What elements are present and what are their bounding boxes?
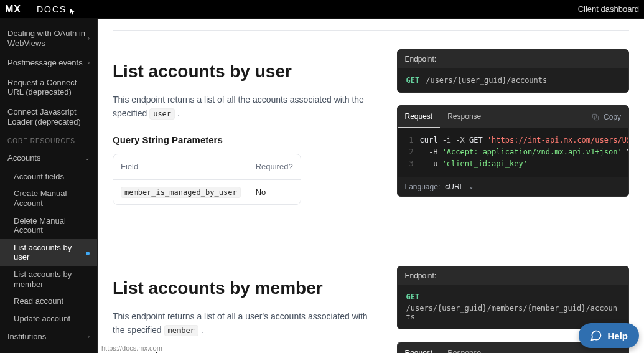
chevron-right-icon: › [88,333,90,341]
code-tabs: Request Response Copy [398,106,629,128]
chevron-down-icon: ⌄ [469,183,474,190]
sidebar-item-members[interactable]: Members› [0,347,97,353]
topbar: MX DOCS Client dashboard [0,0,644,19]
sidebar-item-label: List accounts by user [14,243,86,262]
sidebar-item-read-account[interactable]: Read account [0,293,97,310]
help-button[interactable]: Help [579,323,639,348]
endpoint-panel: Endpoint: GET /users/{user_guid}/account… [397,49,630,93]
divider [113,247,629,247]
http-method: GET [406,293,420,301]
cursor-icon [69,7,77,15]
brand-mx: MX [5,4,21,15]
status-url: https://docs.mx.com [99,343,165,353]
sidebar-item-label: List accounts by member [14,270,90,289]
desc-text-post: . [177,108,180,118]
brand[interactable]: MX DOCS [5,3,77,16]
sidebar-item-label: Create Manual Account [14,189,90,208]
tab-response[interactable]: Response [440,342,488,353]
http-method: GET [406,76,420,85]
copy-label: Copy [604,113,621,121]
sidebar-item-create-manual-account[interactable]: Create Manual Account [0,185,97,212]
sidebar-item-oauth-webviews[interactable]: Dealing with OAuth in WebViews › [0,24,97,53]
chevron-right-icon: › [88,59,90,67]
brand-docs: DOCS [37,4,67,14]
table-cell-field: member_is_managed_by_user [113,179,248,204]
sidebar-item-label: Request a Connect URL (deprecated) [7,78,90,97]
qsp-table: Field Required? member_is_managed_by_use… [113,154,301,205]
sidebar-item-label: Delete Manual Account [14,216,90,235]
sidebar-item-label: Accounts [7,153,40,163]
sidebar-item-institutions[interactable]: Institutions› [0,327,97,347]
sidebar: Dealing with OAuth in WebViews › Postmes… [0,19,98,353]
endpoint-path: /users/{user_guid}/accounts [426,76,547,85]
sidebar-item-account-fields[interactable]: Account fields [0,168,97,186]
divider [113,30,629,31]
language-label: Language: [405,182,441,191]
desc-code: user [149,108,175,120]
desc-code: member [164,325,198,336]
section-title: List accounts by member [113,278,382,298]
table-header-required: Required? [248,154,301,179]
table-row: member_is_managed_by_user No [113,179,301,204]
endpoint-label: Endpoint: [398,266,629,285]
code-sample-panel: Request Response Copy 1curl -i -X GET 'h… [397,105,630,197]
endpoint-label: Endpoint: [398,50,629,68]
copy-icon [591,113,600,121]
sidebar-item-connect-js-loader[interactable]: Connect Javascript Loader (deprecated) [0,102,97,131]
tab-response[interactable]: Response [440,106,488,128]
section-list-by-user: List accounts by user This endpoint retu… [98,49,644,209]
endpoint-panel: Endpoint: GET /users/{user_guid}/members… [397,266,630,329]
code-block[interactable]: 1curl -i -X GET 'https://int-api.mx.com/… [398,128,629,177]
query-string-parameters-heading: Query String Parameters [113,134,382,145]
language-value: cURL [445,182,464,191]
sidebar-category-core: CORE RESOURCES [0,131,97,148]
sidebar-item-delete-manual-account[interactable]: Delete Manual Account [0,212,97,239]
section-description: This endpoint returns a list of all a us… [113,309,382,337]
sidebar-item-label: Connect Javascript Loader (deprecated) [7,107,90,126]
sidebar-item-list-accounts-by-user[interactable]: List accounts by user [0,239,97,266]
active-dot-icon [86,248,90,258]
section-description: This endpoint returns a list of all the … [113,93,382,121]
sidebar-item-label: Postmessage events [7,58,83,68]
content: List accounts by user This endpoint retu… [98,19,644,353]
sidebar-item-label: Dealing with OAuth in WebViews [7,29,88,48]
language-selector[interactable]: Language: cURL ⌄ [398,177,629,196]
desc-text-post: . [201,325,203,335]
help-icon [590,329,602,342]
sidebar-item-list-accounts-by-member[interactable]: List accounts by member [0,266,97,293]
section-list-by-member: List accounts by member This endpoint re… [98,266,644,353]
tab-request[interactable]: Request [398,106,441,128]
sidebar-item-label: Account fields [14,172,64,182]
client-dashboard-link[interactable]: Client dashboard [578,4,639,14]
endpoint-path: /users/{user_guid}/members/{member_guid}… [406,304,620,321]
sidebar-item-label: Institutions [7,332,46,342]
help-label: Help [607,331,628,341]
chevron-down-icon: ⌄ [85,154,90,162]
sidebar-item-accounts[interactable]: Accounts ⌄ [0,148,97,168]
sidebar-item-update-account[interactable]: Update account [0,310,97,327]
table-cell-required: No [248,179,301,204]
section-title: List accounts by user [113,62,382,82]
copy-button[interactable]: Copy [591,113,628,121]
field-code: member_is_managed_by_user [121,187,241,198]
sidebar-item-label: Update account [14,314,70,324]
table-header-field: Field [113,154,248,179]
sidebar-item-label: Read account [14,296,63,306]
sidebar-item-request-connect-url[interactable]: Request a Connect URL (deprecated) [0,73,97,102]
tab-request[interactable]: Request [398,342,441,353]
desc-text: This endpoint returns a list of all a us… [113,311,368,335]
sidebar-item-postmessage-events[interactable]: Postmessage events › [0,53,97,73]
chevron-right-icon: › [88,35,90,42]
brand-divider [29,3,29,16]
